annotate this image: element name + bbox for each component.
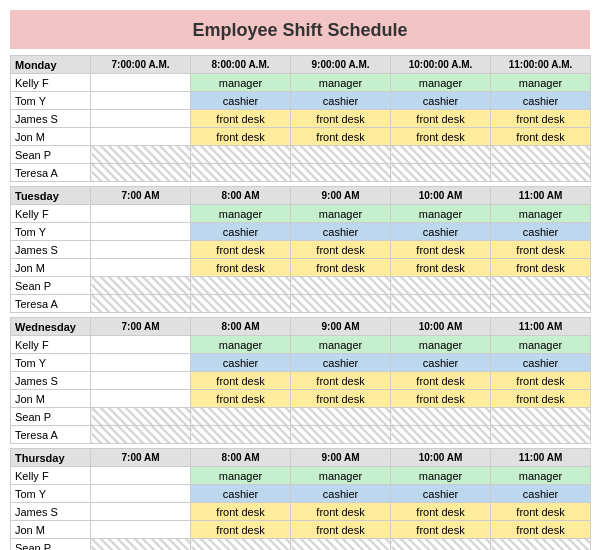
schedule-cell: manager xyxy=(291,74,391,92)
schedule-cell: manager xyxy=(491,336,591,354)
time-header-0-3: 10:00:00 A.M. xyxy=(391,56,491,74)
schedule-cell: front desk xyxy=(391,241,491,259)
time-header-0-4: 11:00:00 A.M. xyxy=(491,56,591,74)
schedule-cell: front desk xyxy=(391,128,491,146)
schedule-cell xyxy=(291,295,391,313)
schedule-cell xyxy=(491,426,591,444)
schedule-cell: manager xyxy=(191,205,291,223)
time-header-2-3: 10:00 AM xyxy=(391,318,491,336)
schedule-cell: front desk xyxy=(391,259,491,277)
table-row: James Sfront deskfront deskfront deskfro… xyxy=(11,372,591,390)
schedule-cell xyxy=(91,164,191,182)
schedule-cell: front desk xyxy=(291,128,391,146)
schedule-cell xyxy=(191,146,291,164)
schedule-cell: front desk xyxy=(191,521,291,539)
schedule-cell xyxy=(191,408,291,426)
table-row: Sean P xyxy=(11,277,591,295)
time-header-1-1: 8:00 AM xyxy=(191,187,291,205)
schedule-cell: manager xyxy=(291,205,391,223)
schedule-cell xyxy=(291,146,391,164)
schedule-cell xyxy=(491,408,591,426)
day-header-monday: Monday xyxy=(11,56,91,74)
table-row: Kelly Fmanagermanagermanagermanager xyxy=(11,205,591,223)
schedule-cell: cashier xyxy=(291,354,391,372)
schedule-cell: front desk xyxy=(291,259,391,277)
table-row: Kelly Fmanagermanagermanagermanager xyxy=(11,336,591,354)
employee-name: Jon M xyxy=(11,390,91,408)
schedule-cell xyxy=(91,467,191,485)
employee-name: James S xyxy=(11,110,91,128)
schedule-cell xyxy=(91,241,191,259)
table-row: James Sfront deskfront deskfront deskfro… xyxy=(11,241,591,259)
schedule-cell xyxy=(191,277,291,295)
schedule-cell: cashier xyxy=(191,223,291,241)
schedule-cell xyxy=(291,164,391,182)
schedule-cell xyxy=(91,74,191,92)
schedule-cell: cashier xyxy=(491,354,591,372)
schedule-cell: front desk xyxy=(491,259,591,277)
employee-name: Jon M xyxy=(11,521,91,539)
table-row: Jon Mfront deskfront deskfront deskfront… xyxy=(11,521,591,539)
table-row: Jon Mfront deskfront deskfront deskfront… xyxy=(11,390,591,408)
schedule-cell xyxy=(91,408,191,426)
time-header-0-1: 8:00:00 A.M. xyxy=(191,56,291,74)
table-row: Kelly Fmanagermanagermanagermanager xyxy=(11,467,591,485)
employee-name: Sean P xyxy=(11,146,91,164)
employee-name: Tom Y xyxy=(11,485,91,503)
schedule-container: Monday7:00:00 A.M.8:00:00 A.M.9:00:00 A.… xyxy=(10,55,590,550)
schedule-cell: front desk xyxy=(191,110,291,128)
schedule-cell: cashier xyxy=(191,92,291,110)
schedule-cell: cashier xyxy=(291,223,391,241)
schedule-cell: front desk xyxy=(191,241,291,259)
employee-name: Teresa A xyxy=(11,164,91,182)
table-row: Tom Ycashiercashiercashiercashier xyxy=(11,485,591,503)
schedule-cell: front desk xyxy=(391,521,491,539)
schedule-cell xyxy=(291,408,391,426)
schedule-cell xyxy=(391,408,491,426)
schedule-cell: manager xyxy=(191,74,291,92)
employee-name: Tom Y xyxy=(11,92,91,110)
schedule-cell xyxy=(91,354,191,372)
schedule-cell xyxy=(91,110,191,128)
schedule-cell xyxy=(391,295,491,313)
time-header-3-0: 7:00 AM xyxy=(91,449,191,467)
time-header-2-4: 11:00 AM xyxy=(491,318,591,336)
schedule-cell: front desk xyxy=(291,390,391,408)
schedule-cell xyxy=(91,336,191,354)
schedule-cell: cashier xyxy=(191,354,291,372)
schedule-cell xyxy=(491,146,591,164)
schedule-cell xyxy=(391,426,491,444)
time-header-1-2: 9:00 AM xyxy=(291,187,391,205)
table-row: Tom Ycashiercashiercashiercashier xyxy=(11,354,591,372)
schedule-cell: cashier xyxy=(391,354,491,372)
schedule-cell: front desk xyxy=(291,521,391,539)
table-row: Tom Ycashiercashiercashiercashier xyxy=(11,92,591,110)
employee-name: Sean P xyxy=(11,408,91,426)
schedule-cell: front desk xyxy=(491,128,591,146)
time-header-0-0: 7:00:00 A.M. xyxy=(91,56,191,74)
schedule-cell: cashier xyxy=(491,485,591,503)
schedule-cell xyxy=(491,277,591,295)
time-header-3-4: 11:00 AM xyxy=(491,449,591,467)
schedule-cell xyxy=(491,164,591,182)
table-row: Jon Mfront deskfront deskfront deskfront… xyxy=(11,128,591,146)
schedule-cell: front desk xyxy=(291,241,391,259)
schedule-cell xyxy=(91,521,191,539)
schedule-cell: cashier xyxy=(491,92,591,110)
time-header-1-4: 11:00 AM xyxy=(491,187,591,205)
schedule-cell xyxy=(91,503,191,521)
schedule-cell: cashier xyxy=(391,485,491,503)
employee-name: Tom Y xyxy=(11,223,91,241)
schedule-cell xyxy=(91,92,191,110)
time-header-2-2: 9:00 AM xyxy=(291,318,391,336)
schedule-cell: cashier xyxy=(391,223,491,241)
schedule-cell: manager xyxy=(391,205,491,223)
schedule-cell: front desk xyxy=(491,372,591,390)
schedule-cell: front desk xyxy=(491,503,591,521)
schedule-cell xyxy=(91,146,191,164)
schedule-cell xyxy=(191,295,291,313)
table-row: Jon Mfront deskfront deskfront deskfront… xyxy=(11,259,591,277)
schedule-cell xyxy=(291,277,391,295)
schedule-cell xyxy=(491,295,591,313)
schedule-cell xyxy=(191,539,291,551)
